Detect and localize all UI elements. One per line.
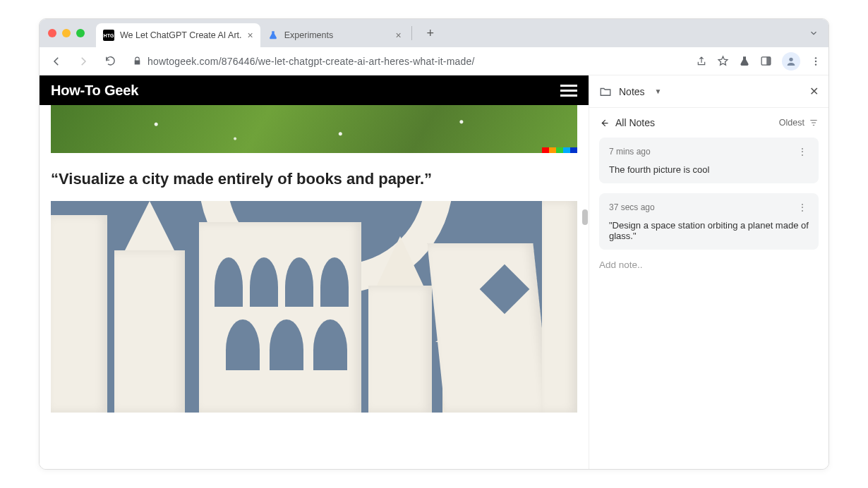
note-text: The fourth picture is cool: [609, 164, 809, 175]
site-logo[interactable]: How-To Geek: [51, 83, 138, 99]
scrollbar-thumb[interactable]: [582, 209, 588, 225]
kebab-menu-icon[interactable]: [810, 56, 821, 67]
svg-rect-1: [766, 57, 771, 65]
browser-window: HTG We Let ChatGPT Create AI Art. × Expe…: [39, 18, 829, 470]
share-icon[interactable]: [696, 56, 707, 67]
window-controls: [48, 29, 85, 37]
tab-title: Experiments: [284, 30, 390, 40]
svg-point-5: [815, 63, 816, 65]
svg-point-3: [815, 57, 816, 59]
sort-label: Oldest: [779, 118, 804, 128]
tab-active[interactable]: HTG We Let ChatGPT Create AI Art. ×: [96, 23, 260, 47]
add-note-input[interactable]: Add note..: [589, 250, 828, 280]
all-notes-back-button[interactable]: All Notes: [599, 117, 655, 128]
sidepanel-subheader: All Notes Oldest: [589, 108, 828, 138]
sidepanel-close-icon[interactable]: ✕: [809, 85, 819, 98]
side-panel: Notes ▼ ✕ All Notes Oldest: [589, 75, 828, 469]
minimize-window-button[interactable]: [62, 29, 71, 37]
url-text: howtogeek.com/876446/we-let-chatgpt-crea…: [147, 56, 475, 67]
lock-icon: [133, 56, 142, 66]
all-notes-label: All Notes: [615, 117, 655, 128]
tab-strip: HTG We Let ChatGPT Create AI Art. × Expe…: [40, 19, 828, 47]
note-text: "Design a space station orbiting a plane…: [609, 220, 809, 241]
hero-image-bottom: [51, 105, 577, 153]
back-button[interactable]: [47, 51, 66, 71]
section-heading: “Visualize a city made entirely of books…: [51, 170, 577, 188]
color-palette-strip: [542, 147, 577, 153]
filter-icon: [809, 118, 819, 128]
arrow-left-icon: [599, 118, 610, 128]
sidepanel-header: Notes ▼ ✕: [589, 75, 828, 108]
note-more-icon[interactable]: ⋮: [797, 202, 809, 213]
extension-flask-icon[interactable]: [739, 56, 750, 67]
article-image-paper-city: [51, 201, 577, 413]
hamburger-menu-icon[interactable]: [560, 85, 577, 97]
close-window-button[interactable]: [48, 29, 56, 37]
maximize-window-button[interactable]: [76, 29, 85, 37]
toolbar: howtogeek.com/876446/we-let-chatgpt-crea…: [40, 47, 828, 75]
toolbar-right: [696, 52, 821, 71]
favicon-htg: HTG: [103, 30, 114, 41]
note-card[interactable]: 7 mins ago ⋮ The fourth picture is cool: [599, 138, 819, 183]
address-bar[interactable]: howtogeek.com/876446/we-let-chatgpt-crea…: [127, 56, 680, 67]
tab-title: We Let ChatGPT Create AI Art.: [120, 30, 242, 40]
reload-button[interactable]: [100, 51, 120, 71]
profile-avatar[interactable]: [782, 52, 800, 71]
tab-divider: [411, 26, 412, 40]
sort-button[interactable]: Oldest: [779, 118, 819, 128]
notes-folder-icon: [599, 85, 612, 98]
article-body: “Visualize a city made entirely of books…: [40, 105, 589, 413]
svg-point-4: [815, 60, 816, 61]
sidepanel-title: Notes: [619, 86, 645, 97]
window-menu-chevron-icon[interactable]: [809, 28, 819, 38]
site-header: How-To Geek: [40, 75, 589, 105]
sidepanel-title-dropdown[interactable]: Notes ▼: [599, 85, 661, 98]
tab-close-icon[interactable]: ×: [396, 30, 402, 41]
favicon-flask-icon: [267, 30, 279, 41]
chevron-down-icon: ▼: [655, 87, 662, 95]
note-timestamp: 37 secs ago: [609, 202, 655, 212]
tab-close-icon[interactable]: ×: [248, 30, 253, 41]
bookmark-star-icon[interactable]: [717, 55, 729, 67]
forward-button[interactable]: [73, 51, 93, 71]
svg-point-2: [789, 57, 792, 61]
note-card[interactable]: 37 secs ago ⋮ "Design a space station or…: [599, 193, 819, 250]
note-timestamp: 7 mins ago: [609, 147, 651, 157]
content-row: How-To Geek “Visualize a city made entir…: [40, 75, 828, 469]
page-viewport: How-To Geek “Visualize a city made entir…: [40, 75, 589, 469]
tab-inactive[interactable]: Experiments ×: [260, 23, 409, 47]
notes-list: 7 mins ago ⋮ The fourth picture is cool …: [589, 138, 828, 250]
sidepanel-toggle-icon[interactable]: [760, 55, 772, 67]
note-more-icon[interactable]: ⋮: [797, 146, 809, 157]
new-tab-button[interactable]: +: [421, 23, 440, 43]
